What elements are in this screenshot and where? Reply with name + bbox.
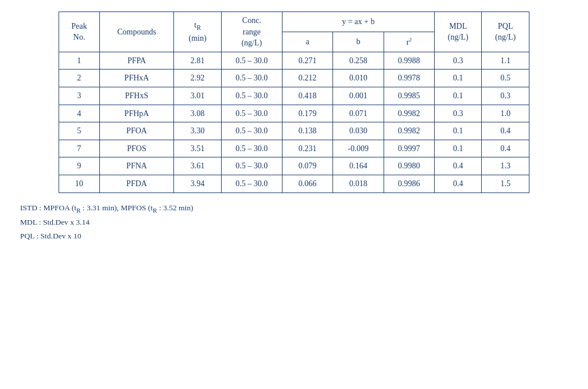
cell-pql: 1.3: [482, 157, 529, 175]
cell-conc: 0.5 – 30.0: [221, 140, 282, 157]
cell-tr: 3.94: [174, 175, 221, 192]
footnote-3: PQL : Std.Dev x 10: [17, 232, 571, 241]
header-yaxb: y = ax + b: [282, 12, 434, 32]
footnotes-container: ISTD : MPFOA (tR : 3.31 min), MPFOS (tR …: [17, 203, 571, 241]
cell-conc: 0.5 – 30.0: [221, 70, 282, 87]
header-peak-no: PeakNo.: [59, 12, 100, 52]
cell-compound: PFHpA: [99, 105, 174, 122]
table-row: 9 PFNA 3.61 0.5 – 30.0 0.079 0.164 0.998…: [59, 157, 529, 175]
cell-conc: 0.5 – 30.0: [221, 157, 282, 175]
cell-a: 0.179: [282, 105, 332, 122]
cell-r2: 0.9988: [384, 52, 434, 70]
cell-peak: 5: [59, 122, 100, 140]
cell-tr: 2.92: [174, 70, 221, 87]
cell-r2: 0.9985: [384, 87, 434, 105]
cell-compound: PFDA: [99, 175, 174, 192]
cell-r2: 0.9986: [384, 175, 434, 192]
cell-mdl: 0.3: [434, 52, 481, 70]
table-row: 7 PFOS 3.51 0.5 – 30.0 0.231 -0.009 0.99…: [59, 140, 529, 157]
table-row: 5 PFOA 3.30 0.5 – 30.0 0.138 0.030 0.998…: [59, 122, 529, 140]
table-row: 2 PFHxA 2.92 0.5 – 30.0 0.212 0.010 0.99…: [59, 70, 529, 87]
cell-tr: 2.81: [174, 52, 221, 70]
cell-mdl: 0.1: [434, 140, 481, 157]
footnote-1: ISTD : MPFOA (tR : 3.31 min), MPFOS (tR …: [17, 203, 571, 214]
cell-peak: 2: [59, 70, 100, 87]
cell-b: 0.018: [333, 175, 384, 192]
cell-peak: 7: [59, 140, 100, 157]
cell-pql: 1.0: [482, 105, 529, 122]
cell-r2: 0.9980: [384, 157, 434, 175]
cell-compound: PFOS: [99, 140, 174, 157]
table-row: 1 PFPA 2.81 0.5 – 30.0 0.271 0.258 0.998…: [59, 52, 529, 70]
cell-conc: 0.5 – 30.0: [221, 105, 282, 122]
cell-mdl: 0.1: [434, 87, 481, 105]
cell-r2: 0.9982: [384, 105, 434, 122]
cell-pql: 1.1: [482, 52, 529, 70]
cell-a: 0.231: [282, 140, 332, 157]
header-compounds: Compounds: [99, 12, 174, 52]
cell-tr: 3.61: [174, 157, 221, 175]
cell-a: 0.138: [282, 122, 332, 140]
table-row: 10 PFDA 3.94 0.5 – 30.0 0.066 0.018 0.99…: [59, 175, 529, 192]
cell-a: 0.212: [282, 70, 332, 87]
cell-r2: 0.9982: [384, 122, 434, 140]
cell-tr: 3.08: [174, 105, 221, 122]
calibration-table: PeakNo. Compounds tR(min) Conc.range(ng/…: [59, 11, 529, 193]
cell-conc: 0.5 – 30.0: [221, 87, 282, 105]
cell-b: 0.258: [333, 52, 384, 70]
cell-b: 0.010: [333, 70, 384, 87]
cell-peak: 4: [59, 105, 100, 122]
header-mdl: MDL(ng/L): [434, 12, 481, 52]
table-row: 4 PFHpA 3.08 0.5 – 30.0 0.179 0.071 0.99…: [59, 105, 529, 122]
cell-peak: 9: [59, 157, 100, 175]
cell-a: 0.079: [282, 157, 332, 175]
header-a: a: [282, 32, 332, 52]
cell-mdl: 0.1: [434, 122, 481, 140]
cell-mdl: 0.4: [434, 175, 481, 192]
cell-tr: 3.51: [174, 140, 221, 157]
cell-pql: 0.3: [482, 87, 529, 105]
cell-pql: 0.4: [482, 140, 529, 157]
cell-compound: PFHxS: [99, 87, 174, 105]
cell-pql: 1.5: [482, 175, 529, 192]
cell-pql: 0.5: [482, 70, 529, 87]
cell-tr: 3.30: [174, 122, 221, 140]
header-pql: PQL(ng/L): [482, 12, 529, 52]
cell-peak: 3: [59, 87, 100, 105]
cell-b: -0.009: [333, 140, 384, 157]
cell-a: 0.066: [282, 175, 332, 192]
table-row: 3 PFHxS 3.01 0.5 – 30.0 0.418 0.001 0.99…: [59, 87, 529, 105]
cell-peak: 1: [59, 52, 100, 70]
footnote-2: MDL : Std.Dev x 3.14: [17, 218, 571, 227]
cell-a: 0.271: [282, 52, 332, 70]
header-conc-range: Conc.range(ng/L): [221, 12, 282, 52]
cell-conc: 0.5 – 30.0: [221, 52, 282, 70]
cell-pql: 0.4: [482, 122, 529, 140]
cell-b: 0.001: [333, 87, 384, 105]
cell-tr: 3.01: [174, 87, 221, 105]
cell-compound: PFHxA: [99, 70, 174, 87]
cell-mdl: 0.3: [434, 105, 481, 122]
cell-r2: 0.9978: [384, 70, 434, 87]
cell-mdl: 0.4: [434, 157, 481, 175]
header-tr: tR(min): [174, 12, 221, 52]
cell-b: 0.164: [333, 157, 384, 175]
cell-conc: 0.5 – 30.0: [221, 122, 282, 140]
main-table-wrapper: PeakNo. Compounds tR(min) Conc.range(ng/…: [17, 11, 571, 193]
cell-r2: 0.9997: [384, 140, 434, 157]
cell-b: 0.071: [333, 105, 384, 122]
cell-conc: 0.5 – 30.0: [221, 175, 282, 192]
cell-compound: PFPA: [99, 52, 174, 70]
cell-peak: 10: [59, 175, 100, 192]
cell-compound: PFOA: [99, 122, 174, 140]
header-r2: r2: [384, 32, 434, 52]
header-b: b: [333, 32, 384, 52]
cell-a: 0.418: [282, 87, 332, 105]
cell-compound: PFNA: [99, 157, 174, 175]
cell-mdl: 0.1: [434, 70, 481, 87]
cell-b: 0.030: [333, 122, 384, 140]
